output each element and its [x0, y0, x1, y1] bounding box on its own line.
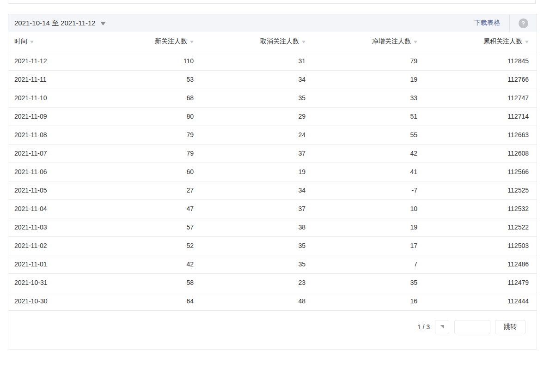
table-body: 2021-11-12 110 31 79 112845 2021-11-11 5… [8, 52, 537, 310]
cumulative-cell: 112608 [423, 144, 537, 163]
date-range-label: 2021-10-14 至 2021-11-12 [14, 19, 96, 28]
help-zone: ? [510, 18, 537, 28]
download-table-link[interactable]: 下载表格 [474, 19, 500, 27]
cumulative-cell: 112486 [423, 255, 537, 273]
date-cell: 2021-11-10 [8, 89, 99, 107]
column-header-cumulative[interactable]: 累积关注人数 [423, 32, 537, 52]
next-page-button[interactable] [435, 320, 449, 334]
date-cell: 2021-10-31 [8, 273, 99, 292]
cumulative-cell: 112663 [423, 126, 537, 144]
new-followers-cell: 68 [99, 89, 199, 107]
new-followers-cell: 79 [99, 144, 199, 163]
cumulative-cell: 112714 [423, 107, 537, 126]
followers-table: 时间 新关注人数 取消关注人数 净增关注人数 累积关注人数 2021-11-12… [8, 32, 537, 311]
net-increase-cell: 17 [311, 236, 423, 255]
pagination: 1 / 3 跳转 [8, 320, 525, 334]
cumulative-cell: 112766 [423, 70, 537, 89]
date-cell: 2021-11-06 [8, 163, 99, 181]
date-cell: 2021-11-11 [8, 70, 99, 89]
date-cell: 2021-11-09 [8, 107, 99, 126]
page-jump-input[interactable] [454, 320, 490, 334]
new-followers-cell: 57 [99, 218, 199, 236]
sort-down-icon [302, 41, 305, 43]
previous-panel-edge [8, 0, 536, 4]
table-row: 2021-11-06 60 19 41 112566 [8, 163, 537, 181]
table-row: 2021-10-31 58 23 35 112479 [8, 273, 537, 292]
sort-down-icon [190, 41, 194, 43]
date-cell: 2021-11-12 [8, 52, 99, 70]
unfollows-cell: 31 [199, 52, 311, 70]
date-cell: 2021-11-04 [8, 199, 99, 218]
cumulative-cell: 112845 [423, 52, 537, 70]
table-header-row: 时间 新关注人数 取消关注人数 净增关注人数 累积关注人数 [8, 32, 537, 52]
sort-down-icon [525, 41, 529, 43]
net-increase-cell: 19 [311, 218, 423, 236]
table-row: 2021-11-11 53 34 19 112766 [8, 70, 537, 89]
cumulative-cell: 112522 [423, 218, 537, 236]
unfollows-cell: 35 [199, 236, 311, 255]
question-mark-icon[interactable]: ? [519, 18, 528, 28]
unfollows-cell: 29 [199, 107, 311, 126]
table-row: 2021-11-10 68 35 33 112747 [8, 89, 537, 107]
cumulative-cell: 112747 [423, 89, 537, 107]
new-followers-cell: 53 [99, 70, 199, 89]
column-header-unfollows[interactable]: 取消关注人数 [199, 32, 311, 52]
panel-header-band: 2021-10-14 至 2021-11-12 下载表格 ? [8, 14, 537, 32]
column-header-time[interactable]: 时间 [8, 32, 99, 52]
date-cell: 2021-11-07 [8, 144, 99, 163]
date-cell: 2021-11-08 [8, 126, 99, 144]
cumulative-cell: 112532 [423, 199, 537, 218]
corner-triangle-icon [440, 325, 444, 329]
date-cell: 2021-11-02 [8, 236, 99, 255]
net-increase-cell: 41 [311, 163, 423, 181]
table-row: 2021-11-04 47 37 10 112532 [8, 199, 537, 218]
date-range-selector[interactable]: 2021-10-14 至 2021-11-12 [14, 19, 106, 28]
unfollows-cell: 37 [199, 199, 311, 218]
date-cell: 2021-11-01 [8, 255, 99, 273]
unfollows-cell: 48 [199, 292, 311, 310]
table-row: 2021-11-07 79 37 42 112608 [8, 144, 537, 163]
table-row: 2021-10-30 64 48 16 112444 [8, 292, 537, 310]
net-increase-cell: 33 [311, 89, 423, 107]
cumulative-cell: 112479 [423, 273, 537, 292]
table-row: 2021-11-01 42 35 7 112486 [8, 255, 537, 273]
cumulative-cell: 112566 [423, 163, 537, 181]
net-increase-cell: 42 [311, 144, 423, 163]
new-followers-cell: 42 [99, 255, 199, 273]
column-header-new-followers[interactable]: 新关注人数 [99, 32, 199, 52]
unfollows-cell: 23 [199, 273, 311, 292]
net-increase-cell: 16 [311, 292, 423, 310]
table-row: 2021-11-03 57 38 19 112522 [8, 218, 537, 236]
new-followers-cell: 64 [99, 292, 199, 310]
followers-stats-panel: 2021-10-14 至 2021-11-12 下载表格 ? 时间 新关注人数 [8, 14, 537, 350]
table-row: 2021-11-12 110 31 79 112845 [8, 52, 537, 70]
jump-button[interactable]: 跳转 [495, 320, 525, 334]
unfollows-cell: 19 [199, 163, 311, 181]
unfollows-cell: 37 [199, 144, 311, 163]
new-followers-cell: 80 [99, 107, 199, 126]
unfollows-cell: 34 [199, 181, 311, 199]
net-increase-cell: 7 [311, 255, 423, 273]
new-followers-cell: 52 [99, 236, 199, 255]
page-indicator: 1 / 3 [417, 323, 430, 331]
net-increase-cell: 51 [311, 107, 423, 126]
net-increase-cell: -7 [311, 181, 423, 199]
new-followers-cell: 60 [99, 163, 199, 181]
cumulative-cell: 112444 [423, 292, 537, 310]
unfollows-cell: 35 [199, 255, 311, 273]
cumulative-cell: 112503 [423, 236, 537, 255]
date-cell: 2021-11-05 [8, 181, 99, 199]
net-increase-cell: 10 [311, 199, 423, 218]
date-cell: 2021-10-30 [8, 292, 99, 310]
date-cell: 2021-11-03 [8, 218, 99, 236]
new-followers-cell: 47 [99, 199, 199, 218]
cumulative-cell: 112525 [423, 181, 537, 199]
net-increase-cell: 19 [311, 70, 423, 89]
new-followers-cell: 110 [99, 52, 199, 70]
unfollows-cell: 24 [199, 126, 311, 144]
net-increase-cell: 79 [311, 52, 423, 70]
table-row: 2021-11-05 27 34 -7 112525 [8, 181, 537, 199]
net-increase-cell: 35 [311, 273, 423, 292]
table-row: 2021-11-08 79 24 55 112663 [8, 126, 537, 144]
column-header-net-increase[interactable]: 净增关注人数 [311, 32, 423, 52]
